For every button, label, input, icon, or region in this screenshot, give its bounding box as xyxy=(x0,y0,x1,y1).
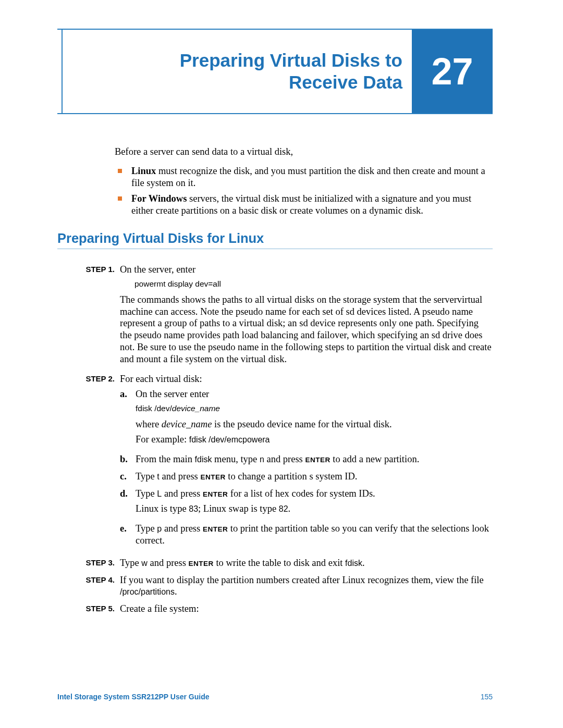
substep-d-mono: L xyxy=(157,489,162,498)
step-5-body: Create a file system: xyxy=(120,603,493,615)
step-2-intro: For each virtual disk: xyxy=(120,373,493,385)
chapter-title: Preparing Virtual Disks to Receive Data xyxy=(180,50,402,93)
substep-d-note-83: 83 xyxy=(189,504,198,513)
substep-b-mid2: and press xyxy=(264,454,305,464)
substep-b: b. From the main fdisk menu, type n and … xyxy=(120,453,493,465)
step-3-body: Type w and press ENTER to write the tabl… xyxy=(120,557,493,569)
substep-b-mono1: fdisk xyxy=(195,455,212,464)
bullet-windows-bold: For Windows xyxy=(131,193,187,204)
chapter-number: 27 xyxy=(431,50,473,93)
chapter-title-line2: Receive Data xyxy=(289,72,402,92)
bullet-windows: For Windows servers, the virtual disk mu… xyxy=(115,193,493,217)
substep-d-enter: ENTER xyxy=(203,490,228,498)
bullet-linux-bold: Linux xyxy=(131,166,156,176)
substep-a-cmd-var: device_name xyxy=(172,404,220,413)
substep-e-enter: ENTER xyxy=(203,525,228,533)
bullet-linux: Linux must recognize the disk, and you m… xyxy=(115,165,493,189)
substep-e-label: e. xyxy=(120,523,136,547)
substep-d-body: Type L and press ENTER for a list of hex… xyxy=(136,488,493,518)
step-2: STEP 2. For each virtual disk: a. On the… xyxy=(57,373,493,552)
footer-page-number: 155 xyxy=(481,693,493,701)
step-1-label: STEP 1. xyxy=(57,264,120,368)
intro-paragraph: Before a server can send data to a virtu… xyxy=(115,146,493,158)
intro-bullets: Linux must recognize the disk, and you m… xyxy=(115,165,493,217)
substep-a-cmd: fdisk /dev/device_name xyxy=(136,403,493,413)
step-5-label: STEP 5. xyxy=(57,603,120,615)
substep-c: c. Type t and press ENTER to change a pa… xyxy=(120,471,493,483)
substep-b-mono2: n xyxy=(260,455,264,464)
substep-a-body: On the server enter fdisk /dev/device_na… xyxy=(136,388,493,448)
step-3-mono2: fdisk xyxy=(345,559,362,567)
substep-b-label: b. xyxy=(120,453,136,465)
substep-a-example: For example: fdisk /dev/emcpowera xyxy=(136,434,493,446)
substep-e-body: Type p and press ENTER to print the part… xyxy=(136,523,493,547)
substep-a-where-var: device_name xyxy=(162,419,212,429)
substep-d-note-82: 82 xyxy=(279,504,288,513)
step-4-pre: If you want to display the partition num… xyxy=(120,575,484,585)
substep-a-where-pre: where xyxy=(136,419,162,429)
substep-b-post: to add a new partition. xyxy=(331,454,420,464)
step-3-mid: and press xyxy=(148,558,189,568)
substep-d: d. Type L and press ENTER for a list of … xyxy=(120,488,493,518)
step-1-line: On the server, enter xyxy=(120,264,493,276)
substep-c-pre: Type xyxy=(136,471,157,482)
step-3-pre: Type xyxy=(120,558,141,568)
substep-d-post: for a list of hex codes for system IDs. xyxy=(228,488,375,499)
substep-c-label: c. xyxy=(120,471,136,483)
substep-b-pre1: From the main xyxy=(136,454,195,464)
body: Before a server can send data to a virtu… xyxy=(57,146,493,620)
step-4-label: STEP 4. xyxy=(57,574,120,598)
step-4-end: . xyxy=(175,586,177,597)
step-3-mid2: to write the table to disk and exit xyxy=(214,558,345,568)
substep-b-body: From the main fdisk menu, type n and pre… xyxy=(136,453,493,465)
substep-e-pre: Type xyxy=(136,523,157,534)
section-heading: Preparing Virtual Disks for Linux xyxy=(57,230,493,249)
step-4-mono: /proc/partitions xyxy=(120,587,175,596)
step-2-substeps: a. On the server enter fdisk /dev/device… xyxy=(120,388,493,547)
substep-c-body: Type t and press ENTER to change a parti… xyxy=(136,471,493,483)
step-1-body: On the server, enter powermt display dev… xyxy=(120,264,493,368)
step-4: STEP 4. If you want to display the parti… xyxy=(57,574,493,598)
step-3: STEP 3. Type w and press ENTER to write … xyxy=(57,557,493,569)
step-3-mono1: w xyxy=(141,559,148,567)
substep-a-line: On the server enter xyxy=(136,388,493,400)
footer-guide-title: Intel Storage System SSR212PP User Guide xyxy=(57,693,210,701)
substep-e-mid: and press xyxy=(162,523,203,534)
step-1-paragraph: The commands shows the paths to all virt… xyxy=(120,294,493,365)
substep-d-label: d. xyxy=(120,488,136,518)
substep-d-mid: and press xyxy=(162,488,203,499)
substep-d-pre: Type xyxy=(136,488,157,499)
step-2-label: STEP 2. xyxy=(57,373,120,552)
substep-b-enter: ENTER xyxy=(305,456,330,464)
substep-a-example-pre: For example: xyxy=(136,434,189,445)
substep-a-where: where device_name is the pseudo device n… xyxy=(136,418,493,430)
step-3-enter: ENTER xyxy=(189,560,214,567)
step-1: STEP 1. On the server, enter powermt dis… xyxy=(57,264,493,368)
chapter-title-wrap: Preparing Virtual Disks to Receive Data xyxy=(63,30,412,113)
step-4-body: If you want to display the partition num… xyxy=(120,574,493,598)
substep-d-note-end: . xyxy=(288,503,291,514)
page: Preparing Virtual Disks to Receive Data … xyxy=(0,0,563,728)
substep-c-enter: ENTER xyxy=(200,473,225,481)
footer: Intel Storage System SSR212PP User Guide… xyxy=(57,693,493,701)
substep-c-post: to change a partition s system ID. xyxy=(226,471,358,482)
steps: STEP 1. On the server, enter powermt dis… xyxy=(57,264,493,615)
substep-c-mid: and press xyxy=(160,471,201,482)
substep-d-note: Linux is type 83; Linux swap is type 82. xyxy=(136,503,493,515)
step-3-end: . xyxy=(362,558,365,568)
step-5: STEP 5. Create a file system: xyxy=(57,603,493,615)
step-3-label: STEP 3. xyxy=(57,557,120,569)
bullet-linux-text: must recognize the disk, and you must pa… xyxy=(131,166,485,188)
substep-e-mono: p xyxy=(157,524,162,533)
step-1-command: powermt display dev=all xyxy=(134,279,493,289)
substep-a-label: a. xyxy=(120,388,136,448)
substep-a-where-post: is the pseudo device name for the virtua… xyxy=(212,419,391,429)
substep-d-note-mid: ; Linux swap is type xyxy=(198,503,279,514)
substep-a: a. On the server enter fdisk /dev/device… xyxy=(120,388,493,448)
substep-b-mid1: menu, type xyxy=(212,454,259,464)
substep-a-example-cmd: fdisk /dev/emcpowera xyxy=(189,435,270,444)
chapter-title-line1: Preparing Virtual Disks to xyxy=(180,50,402,70)
substep-d-note-pre: Linux is type xyxy=(136,503,189,514)
substep-a-cmd-prefix: fdisk /dev/ xyxy=(136,404,172,413)
chapter-header: Preparing Virtual Disks to Receive Data … xyxy=(57,29,493,114)
